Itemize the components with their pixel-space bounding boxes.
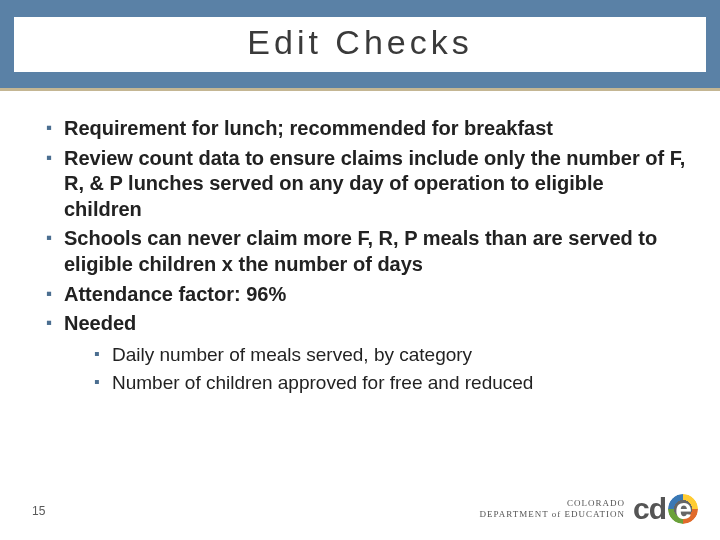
bullet-list: Requirement for lunch; recommended for b… (46, 116, 686, 395)
cde-logo-e-icon (668, 494, 698, 524)
footer-dept-line: DEPARTMENT of EDUCATION (480, 509, 625, 520)
cde-logo-cd: cd (633, 492, 666, 526)
sub-bullet-list: Daily number of meals served, by categor… (64, 343, 686, 396)
bullet-item: Attendance factor: 96% (46, 282, 686, 308)
bullet-text: Requirement for lunch; recommended for b… (64, 117, 553, 139)
footer-state: COLORADO (480, 498, 625, 509)
accent-band-white (0, 91, 720, 101)
footer-dept-text: COLORADO DEPARTMENT of EDUCATION (480, 498, 625, 520)
accent-bands (0, 88, 720, 106)
bullet-text: Schools can never claim more F, R, P mea… (64, 227, 657, 275)
sub-bullet-item: Number of children approved for free and… (94, 371, 686, 395)
slide-title: Edit Checks (14, 23, 705, 62)
bullet-text: Needed (64, 312, 136, 334)
cde-logo-icon: cd (633, 492, 698, 526)
bullet-text: Attendance factor: 96% (64, 283, 286, 305)
bullet-item: Requirement for lunch; recommended for b… (46, 116, 686, 142)
content-area: Requirement for lunch; recommended for b… (0, 106, 720, 395)
slide: Edit Checks Requirement for lunch; recom… (0, 0, 720, 540)
sub-bullet-text: Daily number of meals served, by categor… (112, 344, 472, 365)
footer-logo: COLORADO DEPARTMENT of EDUCATION cd (480, 492, 698, 526)
header-inner: Edit Checks (14, 17, 705, 72)
sub-bullet-text: Number of children approved for free and… (112, 372, 533, 393)
bullet-item: Needed Daily number of meals served, by … (46, 311, 686, 395)
page-number: 15 (32, 504, 45, 518)
sub-bullet-item: Daily number of meals served, by categor… (94, 343, 686, 367)
bullet-text: Review count data to ensure claims inclu… (64, 147, 685, 220)
bullet-item: Review count data to ensure claims inclu… (46, 146, 686, 223)
bullet-item: Schools can never claim more F, R, P mea… (46, 226, 686, 277)
header-band: Edit Checks (0, 0, 720, 88)
